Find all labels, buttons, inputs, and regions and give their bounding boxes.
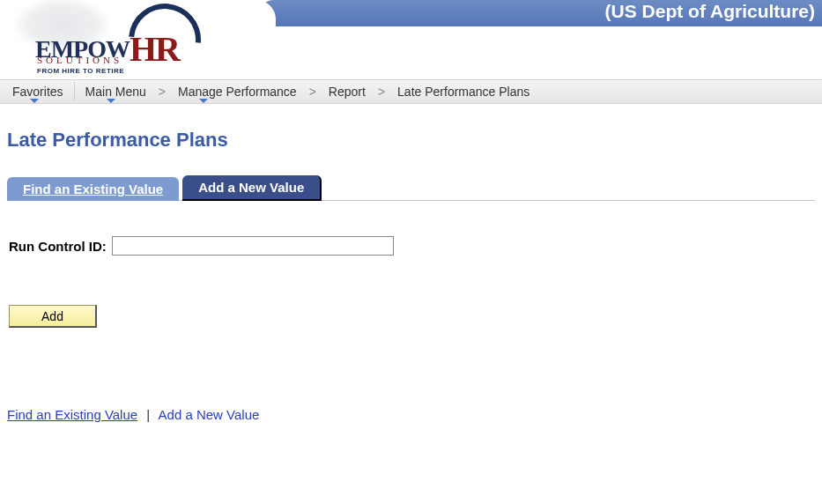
page-title: Late Performance Plans — [7, 129, 822, 152]
logo-text-sub: SOLUTIONS — [37, 55, 122, 65]
breadcrumb-current: Late Performance Plans — [389, 85, 538, 99]
chevron-right-icon: > — [306, 85, 320, 99]
bottom-links: Find an Existing Value | Add a New Value — [7, 407, 822, 422]
header-banner: (US Dept of Agriculture) EMPOWHR SOLUTIO… — [0, 0, 822, 79]
run-control-input[interactable] — [112, 236, 394, 256]
org-banner: (US Dept of Agriculture) — [258, 0, 822, 26]
run-control-row: Run Control ID: — [9, 236, 822, 256]
breadcrumb: Favorites Main Menu > Manage Performance… — [0, 79, 822, 104]
app-logo[interactable]: EMPOWHR SOLUTIONS FROM HIRE TO RETIRE — [9, 2, 220, 78]
breadcrumb-report[interactable]: Report — [320, 85, 374, 99]
tab-find-existing[interactable]: Find an Existing Value — [7, 177, 179, 201]
breadcrumb-manage-performance[interactable]: Manage Performance — [169, 85, 306, 99]
form-area: Run Control ID: — [9, 236, 822, 256]
add-button[interactable]: Add — [9, 305, 97, 328]
link-find-existing[interactable]: Find an Existing Value — [7, 407, 137, 422]
link-separator: | — [141, 407, 155, 422]
chevron-right-icon: > — [155, 85, 169, 99]
chevron-right-icon: > — [374, 85, 389, 99]
tab-add-new[interactable]: Add a New Value — [182, 175, 322, 201]
breadcrumb-favorites[interactable]: Favorites — [4, 85, 72, 99]
link-add-new[interactable]: Add a New Value — [159, 407, 260, 422]
run-control-label: Run Control ID: — [9, 239, 107, 254]
breadcrumb-divider — [74, 82, 75, 101]
breadcrumb-main-menu[interactable]: Main Menu — [77, 85, 155, 99]
logo-tagline: FROM HIRE TO RETIRE — [37, 67, 124, 75]
tab-row: Find an Existing Value Add a New Value — [7, 174, 815, 201]
